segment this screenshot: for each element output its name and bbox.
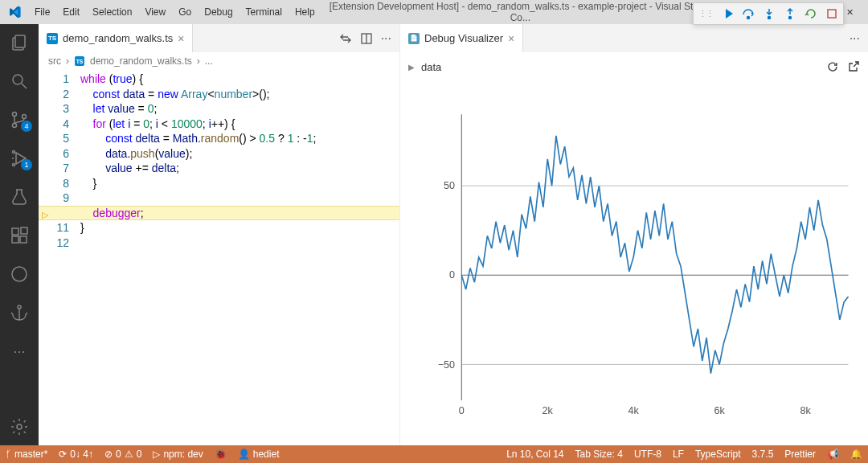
editor-tab-bar: TS demo_random_walks.ts × ··· (39, 24, 399, 52)
editor-tab[interactable]: TS demo_random_walks.ts × (39, 24, 193, 52)
more-actions-icon[interactable]: ··· (850, 31, 860, 46)
eol[interactable]: LF (667, 445, 690, 463)
debug-target[interactable]: 🐞 (209, 445, 232, 463)
typescript-file-icon: TS (47, 33, 58, 44)
debug-toolbar[interactable]: ⋮⋮ (693, 24, 844, 25)
svg-rect-10 (21, 227, 27, 234)
svg-text:50: 50 (444, 180, 455, 191)
svg-rect-0 (15, 35, 25, 47)
source-control-icon[interactable]: 4 (0, 106, 39, 133)
npm-status[interactable]: ▷ npm: dev (147, 445, 208, 463)
visualizer-tab-label: Debug Visualizer (424, 32, 503, 44)
tab-size[interactable]: Tab Size: 4 (570, 445, 628, 463)
svg-point-4 (23, 115, 27, 119)
menu-help[interactable]: Help (289, 6, 321, 18)
status-bar: ᚶ master* ⟳ 0↓ 4↑ ⊘ 0 ⚠ 0 ▷ npm: dev 🐞 👤… (0, 445, 868, 463)
svg-point-12 (18, 305, 21, 309)
vscode-logo-icon (0, 6, 28, 18)
svg-text:2k: 2k (542, 405, 554, 416)
code-editor[interactable]: 123456789101112 while (true) { const dat… (39, 70, 399, 445)
watch-expression-row: ▶ data (408, 55, 860, 78)
svg-text:0: 0 (459, 405, 465, 416)
prettier-status[interactable]: Prettier (779, 445, 821, 463)
breadcrumb-file[interactable]: demo_random_walks.ts (90, 55, 192, 67)
menu-debug[interactable]: Debug (198, 6, 239, 18)
breadcrumb-folder[interactable]: src (48, 55, 61, 67)
anchor-icon[interactable] (0, 299, 39, 326)
language-mode[interactable]: TypeScript (690, 445, 747, 463)
ts-version[interactable]: 3.7.5 (747, 445, 780, 463)
svg-text:6k: 6k (714, 405, 725, 416)
typescript-file-icon: TS (75, 56, 84, 66)
encoding[interactable]: UTF-8 (628, 445, 667, 463)
menu-edit[interactable]: Edit (56, 6, 86, 18)
menu-view[interactable]: View (138, 6, 172, 18)
settings-gear-icon[interactable] (0, 413, 39, 440)
close-tab-icon[interactable]: × (178, 32, 184, 45)
activity-bar: 4 1 ··· (0, 24, 39, 445)
feedback-icon[interactable]: 📢 (821, 445, 845, 463)
chart-area: −5005002k4k6k8k (420, 92, 857, 439)
more-icon[interactable]: ··· (0, 338, 39, 365)
visualizer-tab[interactable]: 📄 Debug Visualizer × (400, 24, 523, 52)
debug-icon[interactable]: 1 (0, 145, 39, 172)
menu-terminal[interactable]: Terminal (240, 6, 289, 18)
menu-file[interactable]: File (28, 6, 56, 18)
menu-selection[interactable]: Selection (86, 6, 138, 18)
visualizer-tab-bar: 📄 Debug Visualizer × ··· (400, 24, 868, 52)
svg-point-3 (13, 124, 17, 128)
watch-expression[interactable]: data (421, 61, 820, 73)
breadcrumb[interactable]: src › TS demo_random_walks.ts › ... (39, 52, 399, 70)
svg-point-2 (13, 113, 17, 117)
editor-tab-label: demo_random_walks.ts (63, 32, 173, 44)
compare-icon[interactable] (339, 32, 352, 45)
extensions-icon[interactable] (0, 222, 39, 249)
refresh-icon[interactable] (826, 60, 839, 73)
bell-icon[interactable]: 🔔 (845, 445, 868, 463)
svg-point-5 (13, 151, 15, 154)
main-menu: FileEditSelectionViewGoDebugTerminalHelp (28, 6, 321, 18)
split-editor-icon[interactable] (360, 32, 373, 45)
debug-badge: 1 (21, 159, 32, 170)
circle-icon[interactable] (0, 260, 39, 288)
close-tab-icon[interactable]: × (508, 32, 514, 45)
svg-point-13 (17, 424, 22, 429)
branch-status[interactable]: ᚶ master* (0, 445, 53, 463)
svg-text:0: 0 (449, 269, 455, 281)
svg-rect-9 (20, 236, 27, 243)
menu-go[interactable]: Go (172, 6, 198, 18)
popout-icon[interactable] (847, 60, 860, 73)
page-icon: 📄 (408, 33, 420, 44)
more-actions-icon[interactable]: ··· (381, 31, 391, 46)
svg-rect-8 (12, 236, 18, 243)
expand-triangle-icon[interactable]: ▶ (408, 63, 415, 72)
scm-badge: 4 (21, 121, 32, 132)
breadcrumb-more[interactable]: ... (205, 55, 213, 67)
testing-icon[interactable] (0, 183, 39, 211)
problems-status[interactable]: ⊘ 0 ⚠ 0 (99, 445, 147, 463)
sync-status[interactable]: ⟳ 0↓ 4↑ (53, 445, 99, 463)
svg-text:4k: 4k (628, 405, 640, 416)
explorer-icon[interactable] (0, 29, 39, 56)
svg-point-1 (13, 75, 23, 84)
search-icon[interactable] (0, 68, 39, 95)
cursor-position[interactable]: Ln 10, Col 14 (501, 445, 569, 463)
svg-text:8k: 8k (800, 405, 811, 416)
user-status[interactable]: 👤 hediet (232, 445, 285, 463)
svg-rect-7 (12, 228, 18, 235)
svg-point-11 (12, 267, 27, 281)
svg-point-6 (13, 164, 15, 166)
svg-text:−50: −50 (438, 359, 455, 371)
